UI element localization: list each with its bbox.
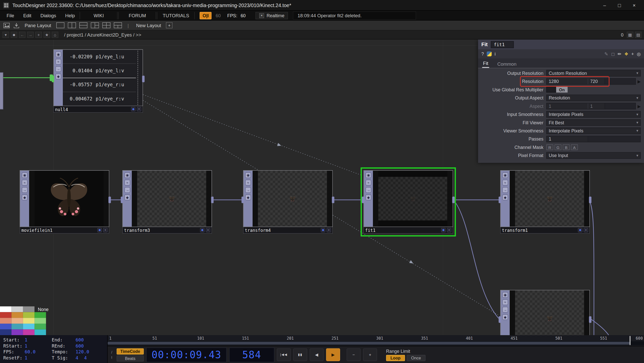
export-flag-icon[interactable]: → — [245, 187, 251, 193]
pixel-format-dropdown[interactable]: Use Input ▾ — [546, 152, 641, 159]
menu-file[interactable]: File — [3, 12, 18, 19]
aspect-slider-strip[interactable] — [605, 103, 636, 109]
output-connector[interactable] — [211, 197, 214, 203]
param-label[interactable]: Aspect — [478, 104, 546, 109]
export-flag-icon[interactable]: → — [366, 187, 371, 193]
expand-flag-button[interactable]: + — [206, 228, 210, 232]
fps-value[interactable]: 60 — [241, 13, 246, 18]
output-aspect-dropdown[interactable]: Resolution ▾ — [546, 95, 641, 101]
export-flag-icon[interactable]: → — [502, 307, 508, 313]
palette-swatch[interactable] — [0, 306, 11, 312]
timeline-range-bar[interactable] — [108, 342, 630, 344]
timeline-ruler[interactable]: 1 51 101 151 201 251 301 351 401 451 501… — [108, 335, 644, 346]
pane-menu-icon[interactable]: ▾ — [3, 32, 9, 38]
display-flag-button[interactable] — [200, 228, 205, 232]
mask-r-button[interactable]: R — [546, 144, 553, 150]
timeline-scrollbar[interactable] — [108, 341, 644, 345]
mask-g-button[interactable]: G — [555, 144, 562, 150]
palette-swatch[interactable] — [0, 330, 11, 335]
palette-swatch[interactable] — [34, 330, 46, 335]
bookmark-star-icon[interactable]: ★ — [44, 32, 50, 38]
expand-flag-button[interactable]: + — [447, 228, 451, 232]
palette-swatch[interactable] — [0, 312, 11, 318]
resolution-width-field[interactable]: 1280 — [547, 79, 588, 84]
stop-icon[interactable]: ■ — [11, 32, 17, 38]
display-flag-button[interactable] — [578, 228, 582, 232]
export-pane-icon[interactable] — [13, 22, 20, 28]
expand-arrow-icon[interactable]: ▶ — [638, 79, 641, 84]
add-parameter-icon[interactable]: + — [631, 51, 634, 56]
timecode-mode-button[interactable]: TimeCode — [117, 348, 144, 354]
tab-fit[interactable]: Fit — [482, 60, 489, 68]
python-icon[interactable] — [487, 51, 491, 56]
palette-swatch[interactable] — [23, 318, 34, 324]
palette-swatch[interactable] — [11, 306, 23, 312]
minimize-button[interactable]: – — [598, 1, 611, 9]
layout-preset-single[interactable] — [56, 22, 64, 28]
top-wire-curve[interactable] — [456, 203, 499, 318]
palette-swatch[interactable] — [11, 324, 23, 330]
param-label[interactable]: Viewer Smoothness — [478, 128, 546, 133]
palette-none-label[interactable]: None — [34, 306, 49, 312]
passes-field[interactable]: 1 — [546, 136, 588, 142]
export-flag-icon[interactable]: → — [502, 187, 508, 193]
aspect-fields[interactable]: 1 1 — [546, 103, 605, 109]
back-icon[interactable]: ← — [19, 32, 26, 38]
tab-common[interactable]: Common — [497, 60, 517, 68]
forum-link[interactable]: FORUM — [119, 12, 156, 19]
export-flag-icon[interactable]: → — [55, 66, 61, 72]
aspect1-field[interactable]: 1 — [547, 104, 588, 109]
help-icon[interactable]: ? — [481, 51, 484, 56]
param-label[interactable]: Input Smoothness — [478, 112, 546, 117]
input-connector[interactable] — [121, 197, 123, 203]
viewer-smoothness-dropdown[interactable]: Interpolate Pixels ▾ — [546, 128, 641, 134]
bypass-flag-icon[interactable]: ◆ — [124, 195, 130, 200]
palette-swatch[interactable] — [11, 312, 23, 318]
aspect2-field[interactable]: 1 — [588, 104, 605, 109]
loop-button[interactable]: Loop — [386, 355, 405, 361]
graph-flag-icon[interactable]: ≈ — [124, 180, 130, 185]
grid-view-icon[interactable]: ▦ — [627, 32, 633, 38]
oi-toggle[interactable]: O|I — [200, 12, 212, 19]
viewer-flag-icon[interactable]: ◉ — [55, 51, 61, 57]
palette-swatch[interactable] — [34, 312, 46, 318]
display-flag-button[interactable] — [131, 107, 136, 112]
menu-help[interactable]: Help — [61, 12, 79, 19]
export-flag-icon[interactable]: → — [124, 187, 130, 193]
toggle-track[interactable] — [546, 87, 556, 93]
mask-a-button[interactable]: A — [571, 144, 578, 150]
operator-name-field[interactable]: fit1 — [491, 41, 514, 48]
graph-flag-icon[interactable]: ≈ — [245, 180, 251, 185]
palette-swatch[interactable] — [23, 306, 34, 312]
palette-swatch[interactable] — [23, 324, 34, 330]
close-button[interactable]: × — [628, 1, 641, 9]
pencil-icon[interactable]: ✎ — [604, 51, 608, 57]
node-bottom-clipped[interactable]: ◉ ≈ → ◆ — [500, 290, 590, 335]
expand-arrow-icon[interactable]: ▶ — [638, 104, 641, 108]
offscreen-node-edge[interactable] — [0, 72, 3, 109]
palette-swatch[interactable] — [34, 318, 46, 324]
slash-toggle[interactable]: / — [111, 350, 112, 354]
image-icon[interactable] — [3, 22, 10, 28]
expand-flag-button[interactable]: + — [327, 228, 331, 232]
add-layout-button[interactable]: + — [166, 22, 173, 28]
top-wire-out[interactable] — [590, 318, 609, 335]
network-editor[interactable]: ◉ ≈ → ◆ -0.02209 p1/eye_l:u 0.01404 p1/e… — [0, 40, 644, 335]
top-wire-down[interactable] — [590, 201, 594, 335]
step-back-button[interactable]: − — [347, 348, 361, 361]
info-icon[interactable]: i — [495, 51, 496, 56]
mask-b-button[interactable]: B — [563, 144, 570, 150]
param-label[interactable]: Fill Viewer — [478, 120, 546, 125]
node-transform4[interactable]: ◉ ≈ → ◆ transform4 + — [243, 170, 333, 234]
input-connector[interactable] — [362, 197, 364, 203]
bypass-flag-icon[interactable]: ◆ — [502, 195, 508, 200]
pause-button[interactable]: ▮▮ — [293, 348, 307, 361]
layout-preset-hsplit[interactable] — [79, 22, 87, 28]
param-label[interactable]: Passes — [478, 136, 546, 141]
graph-flag-icon[interactable]: ≈ — [55, 59, 61, 65]
passes-value[interactable]: 1 — [547, 136, 588, 141]
output-connector[interactable] — [452, 197, 455, 203]
palette-swatch[interactable] — [11, 318, 23, 324]
play-forward-button[interactable]: ▶ — [326, 348, 340, 361]
param-label[interactable]: Output Resolution — [478, 71, 546, 76]
